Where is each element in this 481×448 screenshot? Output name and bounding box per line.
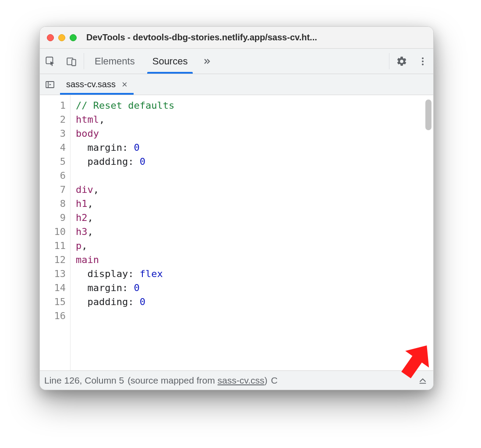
code-content[interactable]: // Reset defaultshtml,body margin: 0 pad… <box>71 95 433 370</box>
line-number: 7 <box>40 183 66 197</box>
window-controls <box>47 34 77 41</box>
code-editor[interactable]: 12345678910111213141516 // Reset default… <box>40 95 433 370</box>
file-name-label: sass-cv.sass <box>66 79 116 89</box>
close-window-button[interactable] <box>47 34 54 41</box>
line-number: 5 <box>40 155 66 169</box>
code-line[interactable]: display: flex <box>76 267 433 281</box>
code-line[interactable]: h3, <box>76 225 433 239</box>
code-line[interactable]: padding: 0 <box>76 155 433 169</box>
file-tabs: sass-cv.sass × <box>60 74 134 95</box>
toolbar-separator <box>389 53 389 69</box>
line-number: 12 <box>40 253 66 267</box>
tab-label: Elements <box>95 56 135 67</box>
line-number: 8 <box>40 197 66 211</box>
source-map-info: (source mapped from sass-cv.css) <box>127 375 267 386</box>
scrollbar-thumb[interactable] <box>425 100 431 130</box>
maximize-window-button[interactable] <box>70 34 77 41</box>
settings-gear-icon[interactable] <box>391 49 412 74</box>
line-number: 2 <box>40 113 66 127</box>
source-map-link[interactable]: sass-cv.css <box>218 375 265 385</box>
minimize-window-button[interactable] <box>58 34 65 41</box>
kebab-menu-icon[interactable] <box>412 49 433 74</box>
line-number: 9 <box>40 211 66 225</box>
devtools-window: DevTools - devtools-dbg-stories.netlify.… <box>39 26 434 390</box>
code-line[interactable]: margin: 0 <box>76 281 433 295</box>
line-number: 14 <box>40 281 66 295</box>
more-tabs-icon[interactable] <box>196 49 217 74</box>
line-number: 16 <box>40 309 66 323</box>
tab-elements[interactable]: Elements <box>86 49 144 74</box>
inspect-element-icon[interactable] <box>40 49 61 74</box>
main-toolbar: Elements Sources <box>40 49 433 74</box>
show-navigator-icon[interactable] <box>40 74 60 95</box>
sources-subtoolbar: sass-cv.sass × <box>40 74 433 95</box>
code-line[interactable]: p, <box>76 239 433 253</box>
tab-label: Sources <box>152 56 188 67</box>
tab-sources[interactable]: Sources <box>144 49 197 74</box>
line-number: 3 <box>40 127 66 141</box>
svg-rect-2 <box>72 59 76 65</box>
svg-point-4 <box>422 60 424 62</box>
svg-point-5 <box>422 64 424 65</box>
code-line[interactable] <box>76 309 433 323</box>
titlebar: DevTools - devtools-dbg-stories.netlify.… <box>40 27 433 49</box>
file-tab-sass-cv[interactable]: sass-cv.sass × <box>60 74 134 95</box>
cursor-position: Line 126, Column 5 <box>44 375 124 386</box>
line-number: 15 <box>40 295 66 309</box>
line-number: 13 <box>40 267 66 281</box>
toolbar-separator <box>84 53 84 69</box>
code-line[interactable]: margin: 0 <box>76 141 433 155</box>
line-number: 11 <box>40 239 66 253</box>
line-number: 6 <box>40 169 66 183</box>
device-toggle-icon[interactable] <box>61 49 82 74</box>
code-line[interactable] <box>76 169 433 183</box>
close-tab-icon[interactable]: × <box>120 79 127 90</box>
show-drawer-icon[interactable] <box>417 374 429 387</box>
code-line[interactable]: padding: 0 <box>76 295 433 309</box>
code-line[interactable]: main <box>76 253 433 267</box>
line-number: 4 <box>40 141 66 155</box>
code-line[interactable]: // Reset defaults <box>76 99 433 113</box>
truncated-text: C <box>271 375 278 386</box>
window-title: DevTools - devtools-dbg-stories.netlify.… <box>86 32 426 43</box>
line-number: 10 <box>40 225 66 239</box>
panel-tabs: Elements Sources <box>86 49 196 74</box>
line-number-gutter: 12345678910111213141516 <box>40 95 71 370</box>
status-bar: Line 126, Column 5 (source mapped from s… <box>40 370 433 390</box>
code-line[interactable]: body <box>76 127 433 141</box>
code-line[interactable]: div, <box>76 183 433 197</box>
code-line[interactable]: h1, <box>76 197 433 211</box>
code-line[interactable]: h2, <box>76 211 433 225</box>
svg-point-3 <box>422 57 424 59</box>
code-line[interactable]: html, <box>76 113 433 127</box>
line-number: 1 <box>40 99 66 113</box>
